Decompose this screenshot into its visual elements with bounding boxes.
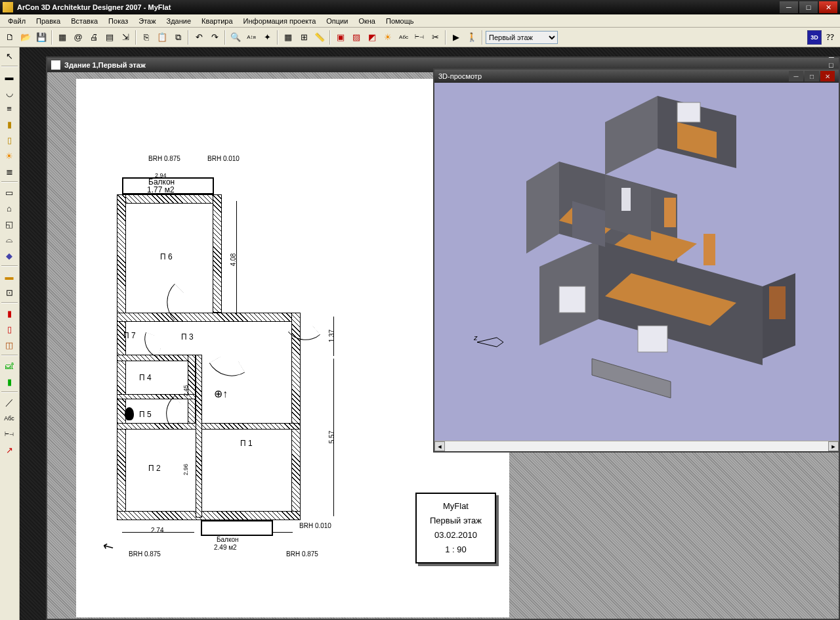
menu-view[interactable]: Показ [103, 16, 133, 26]
pointer-tool-icon[interactable]: ↖ [1, 49, 17, 63]
furniture-icon[interactable]: 🛋 [1, 359, 17, 373]
terrain2-icon[interactable]: ⊡ [1, 285, 17, 299]
scroll-track[interactable] [445, 441, 828, 451]
svg-rect-18 [621, 188, 631, 211]
dim-408: 4.08 [230, 254, 237, 266]
3d-minimize-button[interactable]: ─ [789, 71, 803, 81]
print-icon[interactable]: 🖨 [87, 30, 101, 45]
scroll-right-button[interactable]: ► [828, 441, 839, 451]
3d-building-model [474, 83, 815, 437]
room-p2: П 2 [148, 464, 161, 473]
floor-select[interactable]: Первый этаж [486, 31, 558, 44]
svg-rect-11 [638, 326, 667, 352]
walk-tool-icon[interactable]: 🚶 [465, 30, 479, 45]
arrow-tool-icon[interactable]: ▶ [449, 30, 463, 45]
document-icon [51, 60, 60, 70]
door2-red-icon[interactable]: ▯ [1, 322, 17, 336]
3d-preview-titlebar[interactable]: 3D-просмотр ─ □ ✕ [434, 70, 839, 83]
room-p5: П 5 [139, 410, 152, 419]
3d-close-button[interactable]: ✕ [820, 71, 835, 81]
mode-3d-button[interactable]: 3D [807, 30, 822, 45]
macro-icon[interactable]: ▦ [55, 30, 70, 45]
list-icon[interactable]: ▤ [102, 30, 117, 45]
measure-tool-icon[interactable]: ↗ [1, 443, 17, 457]
menu-file[interactable]: Файл [3, 16, 31, 26]
stairs-icon[interactable]: ≣ [1, 164, 17, 179]
menu-bar: Файл Правка Вставка Показ Этаж Здание Кв… [0, 14, 840, 28]
wall-tool-icon[interactable]: ▬ [1, 70, 17, 84]
sun-icon[interactable]: ☀ [381, 30, 395, 45]
plant-icon[interactable]: ▮ [1, 374, 17, 389]
info-floor: Первый этаж [430, 514, 482, 528]
ceiling-icon[interactable]: ≡ [1, 101, 17, 116]
context-help-icon[interactable]: ⁇ [823, 30, 837, 45]
svg-rect-12 [677, 102, 700, 122]
duplicate-icon[interactable]: ⧉ [171, 30, 185, 45]
save-icon[interactable]: 💾 [34, 30, 49, 45]
open-icon[interactable]: 📂 [18, 30, 33, 45]
menu-insert[interactable]: Вставка [66, 16, 103, 26]
menu-help[interactable]: Помощь [381, 16, 419, 26]
door-red-icon[interactable]: ▮ [1, 306, 17, 321]
layer1-icon[interactable]: ▣ [333, 30, 348, 45]
undo-icon[interactable]: ↶ [192, 30, 206, 45]
grid-icon[interactable]: ▦ [281, 30, 295, 45]
sun2-icon[interactable]: ☀ [1, 148, 17, 163]
menu-options[interactable]: Опции [321, 16, 353, 26]
svg-rect-17 [704, 234, 715, 265]
support-icon[interactable]: ▮ [1, 117, 17, 131]
section-icon[interactable]: ✂ [428, 30, 442, 45]
layer2-icon[interactable]: ▨ [349, 30, 364, 45]
roof-icon[interactable]: ⌂ [1, 201, 17, 215]
doc-minimize-button[interactable]: ─ [829, 53, 835, 61]
ruler-icon[interactable]: 📏 [312, 30, 327, 45]
room-p4: П 4 [139, 373, 152, 382]
menu-edit[interactable]: Правка [31, 16, 66, 26]
abc-icon[interactable]: Абс [396, 30, 411, 45]
terrain-icon[interactable]: ▬ [1, 269, 17, 284]
roof-window-icon[interactable]: ◱ [1, 217, 17, 231]
redo-icon[interactable]: ↷ [207, 30, 222, 45]
info-project: MyFlat [430, 499, 482, 514]
room-p1: П 1 [240, 439, 253, 448]
dim-557: 5.57 [328, 431, 335, 443]
snap-icon[interactable]: ⊞ [297, 30, 311, 45]
window-icon[interactable]: ▭ [1, 185, 17, 200]
copy-icon[interactable]: ⎘ [139, 30, 154, 45]
menu-building[interactable]: Здание [161, 16, 197, 26]
svg-text:z: z [474, 334, 478, 342]
workspace: Здание 1,Первый этаж ─ □ ✕ BRH 0.875 BRH… [20, 47, 840, 620]
email-icon[interactable]: @ [71, 30, 85, 45]
chimney-icon[interactable]: ▯ [1, 133, 17, 147]
doc-maximize-button[interactable]: □ [829, 61, 835, 69]
compass-icon[interactable]: ✦ [260, 30, 274, 45]
maximize-button[interactable]: □ [799, 1, 818, 13]
3d-maximize-button[interactable]: □ [805, 71, 819, 81]
layer3-icon[interactable]: ◩ [365, 30, 379, 45]
menu-project-info[interactable]: Информация проекта [238, 16, 322, 26]
text-tool-icon[interactable]: Абс [1, 411, 17, 426]
room-p3: П 3 [181, 332, 194, 342]
text-az-icon[interactable]: А↕я [244, 30, 259, 45]
brh-label: BRH 0.010 [299, 522, 331, 529]
3d-viewport[interactable]: z [434, 83, 839, 441]
dimension-tool-icon[interactable]: ⊢⊣ [1, 427, 17, 441]
menu-windows[interactable]: Окна [353, 16, 381, 26]
scroll-left-button[interactable]: ◄ [434, 441, 445, 451]
door3-icon[interactable]: ◫ [1, 338, 17, 352]
dormer-icon[interactable]: ⌓ [1, 232, 17, 247]
new-icon[interactable]: 🗋 [3, 30, 17, 45]
close-button[interactable]: ✕ [819, 1, 837, 13]
dimension-icon[interactable]: ⊢⊣ [412, 30, 427, 45]
solar-icon[interactable]: ◆ [1, 248, 17, 263]
export-icon[interactable]: ⇲ [118, 30, 133, 45]
virtual-wall-icon[interactable]: ◡ [1, 85, 17, 100]
menu-floor[interactable]: Этаж [133, 16, 161, 26]
brh-label: BRH 0.875 [286, 550, 318, 558]
paste-icon[interactable]: 📋 [155, 30, 169, 45]
menu-apartment[interactable]: Квартира [196, 16, 238, 26]
minimize-button[interactable]: ─ [780, 1, 798, 13]
line-tool-icon[interactable]: ／ [1, 395, 17, 410]
svg-marker-4 [526, 162, 559, 254]
zoom-icon[interactable]: 🔍 [228, 30, 243, 45]
